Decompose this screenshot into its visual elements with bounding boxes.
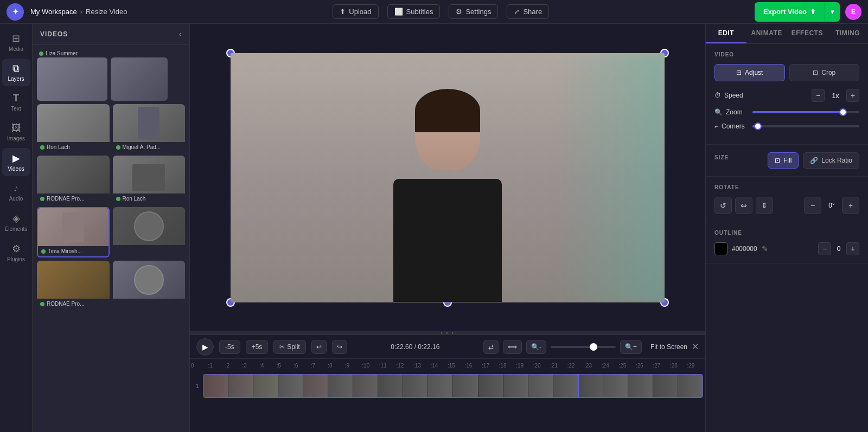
undo-button[interactable]: ↩ [311, 340, 327, 354]
share-icon: ⤢ [514, 8, 520, 16]
timeline-tick: :2 [225, 363, 229, 369]
sidebar-item-images[interactable]: 🖼 Images [2, 118, 30, 146]
avatar[interactable]: E [845, 4, 861, 20]
list-item[interactable]: Ron Lach [37, 104, 110, 152]
zoom-slider-track[interactable] [752, 111, 859, 113]
sidebar-item-videos[interactable]: ▶ Videos [2, 148, 30, 176]
timeline-ruler: 0:1:2:3:4:5:6:7:8:9:10:11:12:13:14:15:16… [190, 359, 705, 372]
merge-tracks-button[interactable]: ⇄ [483, 340, 499, 354]
list-item[interactable]: RODNAE Pro... [37, 261, 110, 309]
speed-value: 1x [829, 92, 842, 100]
share-button[interactable]: ⤢ Share [507, 4, 549, 19]
lock-ratio-button[interactable]: 🔗 Lock Ratio [803, 152, 859, 169]
panel-close-button[interactable]: ‹ [179, 29, 182, 39]
zoom-thumb[interactable] [590, 343, 597, 351]
video-thumb-1[interactable] [37, 57, 107, 101]
workspace-link[interactable]: My Workspace [30, 8, 77, 16]
fill-button[interactable]: ⊡ Fill [768, 152, 799, 169]
fit-to-screen-button[interactable]: Fit to Screen [650, 343, 687, 351]
dot-icon [116, 145, 120, 150]
timeline-tick: :8 [328, 363, 332, 369]
lock-icon: 🔗 [810, 157, 818, 164]
timeline-tick: :14 [430, 363, 438, 369]
adjust-button[interactable]: ⊟ Adjust [714, 64, 785, 81]
list-item[interactable]: Tima Mirosh... [37, 207, 110, 257]
tab-edit[interactable]: EDIT [706, 24, 746, 43]
play-button[interactable]: ▶ [196, 338, 214, 356]
subtitles-button[interactable]: ⬜ Subtitles [387, 4, 441, 19]
sidebar-item-layers[interactable]: ⧉ Layers [2, 59, 30, 86]
timeline-tracks: 1 [190, 372, 705, 432]
skip-forward-button[interactable]: +5s [246, 340, 269, 354]
outline-hex: #000000 [732, 245, 757, 253]
timeline-tick: :24 [602, 363, 609, 369]
timeline-tick: :28 [670, 363, 678, 369]
zoom-out-button[interactable]: 🔍- [526, 340, 546, 354]
speed-controls: − 1x + [812, 89, 859, 102]
export-button[interactable]: Export Video ⬆ [755, 2, 825, 22]
sidebar-item-media[interactable]: ⊞ Media [2, 28, 30, 56]
zoom-in-button[interactable]: 🔍+ [620, 340, 642, 354]
tab-effects[interactable]: EFFECTS [787, 24, 828, 43]
close-timeline-button[interactable]: ✕ [692, 341, 699, 352]
timeline-tick: :27 [653, 363, 660, 369]
list-item[interactable]: Ron Lach [113, 156, 186, 204]
timeline-tick: :1 [208, 363, 213, 369]
corners-slider-thumb[interactable] [754, 122, 762, 130]
list-item[interactable]: Liza Summer [37, 49, 185, 101]
video-area: • • • ▶ -5s +5s ✂ Split ↩ ↪ 0:2 [190, 24, 705, 432]
playhead[interactable]: 22.60 [578, 374, 579, 397]
outline-color-swatch[interactable] [714, 242, 727, 255]
outline-increase-button[interactable]: + [846, 242, 859, 255]
rotate-decrease-button[interactable]: − [804, 197, 821, 214]
play-icon: ▶ [202, 343, 208, 351]
speed-label: ⏱ Speed [714, 92, 807, 99]
rotate-increase-button[interactable]: + [842, 197, 859, 214]
flip-vertical-button[interactable]: ⇕ [756, 197, 773, 214]
split-view-button[interactable]: ⟺ [503, 340, 522, 354]
fill-icon: ⊡ [775, 157, 780, 164]
zoom-slider-thumb[interactable] [839, 108, 847, 116]
size-section: SIZE ⊡ Fill 🔗 Lock Ratio [706, 145, 868, 177]
upload-button[interactable]: ⬆ Upload [333, 4, 378, 19]
speed-icon: ⏱ [714, 92, 721, 99]
adjust-row: ⊟ Adjust ⊡ Crop [714, 64, 859, 81]
timeline-strip[interactable]: 22.60 [203, 374, 703, 398]
sidebar-item-text[interactable]: T Text [2, 88, 30, 116]
video-thumb-2[interactable] [111, 57, 168, 101]
list-item[interactable] [113, 207, 186, 257]
breadcrumb: My Workspace › Resize Video [30, 8, 127, 16]
outline-actions: − 0 + [818, 242, 859, 255]
outline-color-row: #000000 ✎ − 0 + [714, 242, 859, 255]
crop-button[interactable]: ⊡ Crop [789, 64, 860, 81]
rotate-ccw-button[interactable]: ↺ [714, 197, 732, 214]
sidebar-label-audio: Audio [9, 196, 23, 202]
subtitles-icon: ⬜ [394, 8, 403, 16]
settings-button[interactable]: ⚙ Settings [449, 4, 498, 19]
timeline-controls: ▶ -5s +5s ✂ Split ↩ ↪ 0:22.60 / 0:22.16 … [190, 335, 705, 359]
sidebar-item-plugins[interactable]: ⚙ Plugins [2, 238, 30, 267]
flip-horizontal-button[interactable]: ⇔ [735, 197, 752, 214]
sidebar-item-audio[interactable]: ♪ Audio [2, 178, 30, 206]
page-title: Resize Video [86, 8, 127, 16]
redo-button[interactable]: ↪ [332, 340, 347, 354]
zoom-slider[interactable] [551, 346, 616, 348]
outline-decrease-button[interactable]: − [818, 242, 831, 255]
outline-edit-button[interactable]: ✎ [762, 244, 768, 253]
tab-animate[interactable]: ANIMATE [746, 24, 787, 43]
speed-decrease-button[interactable]: − [812, 89, 825, 102]
sidebar-item-elements[interactable]: ◈ Elements [2, 208, 30, 236]
speed-increase-button[interactable]: + [846, 89, 859, 102]
tab-timing[interactable]: TIMING [827, 24, 868, 43]
timeline-tick: :18 [499, 363, 507, 369]
skip-back-button[interactable]: -5s [219, 340, 240, 354]
videos-icon: ▶ [12, 152, 20, 164]
split-button[interactable]: ✂ Split [273, 340, 305, 354]
list-item[interactable]: RODNAE Pro... [37, 156, 110, 204]
export-dropdown-button[interactable]: ▾ [825, 2, 840, 22]
sidebar-label-images: Images [7, 136, 25, 141]
corners-slider-track[interactable] [752, 125, 859, 127]
list-item[interactable] [113, 261, 186, 309]
playhead-marker [575, 374, 582, 377]
list-item[interactable]: Miguel Á. Pad... [113, 104, 186, 152]
